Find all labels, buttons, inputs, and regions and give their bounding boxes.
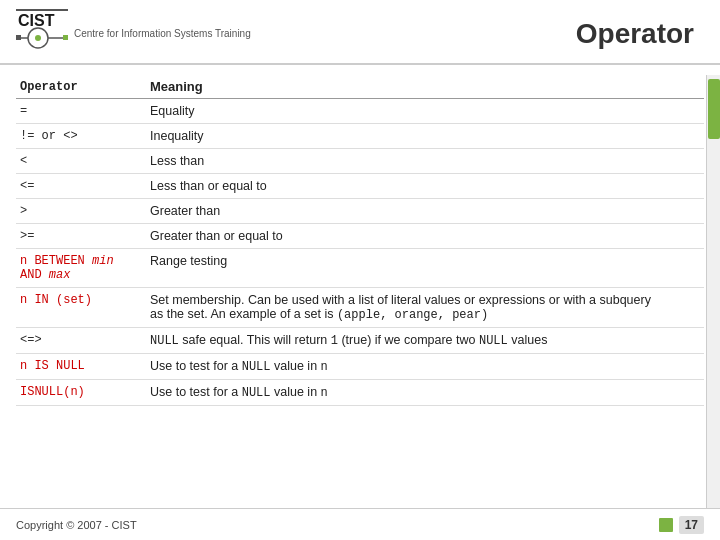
logo-text-area: Centre for Information Systems Training [74,27,251,40]
svg-rect-6 [16,35,21,40]
meaning-cell: Greater than or equal to [146,224,704,249]
main-content: Operator Meaning = Equality != or <> Ine… [0,65,720,412]
logo-area: CIST Centre for Information Systems Trai… [16,8,251,59]
meaning-cell: Use to test for a NULL value in n [146,380,704,406]
meaning-cell: Less than or equal to [146,174,704,199]
table-row: < Less than [16,149,704,174]
meaning-cell: Range testing [146,249,704,288]
svg-text:CIST: CIST [18,12,55,29]
table-row: > Greater than [16,199,704,224]
operator-cell: < [16,149,146,174]
footer-copyright: Copyright © 2007 - CIST [16,519,137,531]
cist-logo: CIST [16,8,68,59]
table-row: ISNULL(n) Use to test for a NULL value i… [16,380,704,406]
logo-khmer: Centre for Information Systems Training [74,27,251,40]
scrollbar[interactable] [706,75,720,510]
operator-cell: >= [16,224,146,249]
operator-cell: <=> [16,328,146,354]
table-row: = Equality [16,99,704,124]
meaning-cell: Greater than [146,199,704,224]
table-row: >= Greater than or equal to [16,224,704,249]
header: CIST Centre for Information Systems Trai… [0,0,720,65]
table-row: n IN (set) Set membership. Can be used w… [16,288,704,328]
table-row: n IS NULL Use to test for a NULL value i… [16,354,704,380]
col-meaning-header: Meaning [146,75,704,99]
meaning-cell: Equality [146,99,704,124]
footer-green-box [659,518,673,532]
col-operator-header: Operator [16,75,146,99]
operator-cell: n BETWEEN minAND max [16,249,146,288]
footer: Copyright © 2007 - CIST 17 [0,508,720,540]
operator-cell: > [16,199,146,224]
footer-page-number: 17 [679,516,704,534]
table-row: <= Less than or equal to [16,174,704,199]
operator-cell: = [16,99,146,124]
meaning-cell: Inequality [146,124,704,149]
operator-cell: n IN (set) [16,288,146,328]
meaning-cell: NULL safe equal. This will return 1 (tru… [146,328,704,354]
svg-point-3 [35,35,41,41]
scroll-thumb[interactable] [708,79,720,139]
svg-rect-7 [63,35,68,40]
footer-right: 17 [659,516,704,534]
meaning-cell: Less than [146,149,704,174]
table-header-row: Operator Meaning [16,75,704,99]
table-row: <=> NULL safe equal. This will return 1 … [16,328,704,354]
meaning-cell: Set membership. Can be used with a list … [146,288,704,328]
page-title: Operator [576,18,704,50]
operator-cell: n IS NULL [16,354,146,380]
operators-table: Operator Meaning = Equality != or <> Ine… [16,75,704,406]
table-row: != or <> Inequality [16,124,704,149]
operator-cell: <= [16,174,146,199]
operator-cell: ISNULL(n) [16,380,146,406]
table-row: n BETWEEN minAND max Range testing [16,249,704,288]
operator-cell: != or <> [16,124,146,149]
meaning-cell: Use to test for a NULL value in n [146,354,704,380]
